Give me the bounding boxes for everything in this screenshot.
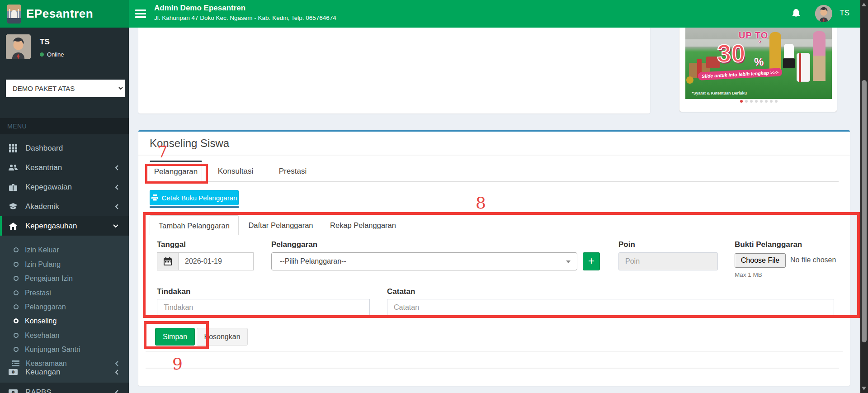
school-address: Jl. Kahuripan 47 Doko Kec. Ngasem - Kab.… — [154, 14, 336, 21]
sidebar-item-kesantrian[interactable]: Kesantrian — [0, 158, 129, 177]
submenu-item-pengajuan-izin[interactable]: Pengajuan Izin — [0, 271, 129, 285]
scrollbar-thumb[interactable] — [862, 80, 867, 342]
choose-file-button[interactable]: Choose File — [735, 253, 786, 268]
sidebar-item-dashboard[interactable]: Dashboard — [0, 138, 129, 158]
circle-icon — [14, 276, 19, 281]
carousel-dot[interactable] — [770, 100, 773, 103]
sidebar-item-keuangan[interactable]: 1 Keuangan — [0, 362, 129, 382]
top-navbar: Admin Demo Epesantren Jl. Kahuripan 47 D… — [129, 0, 860, 28]
money-icon: 1 — [8, 389, 18, 393]
pelanggaran-select[interactable]: --Pilih Pelanggaran-- — [271, 252, 577, 270]
circle-icon — [14, 333, 19, 338]
panel-title: Konseling Siswa — [150, 137, 229, 150]
print-book-button[interactable]: Cetak Buku Pelanggaran — [150, 190, 239, 205]
carousel-dot[interactable] — [745, 100, 748, 103]
bukti-pelanggaran-label: Bukti Pelanggaran — [735, 240, 802, 249]
app-root: { "brand": { "name": "EPesantren" }, "na… — [0, 0, 868, 393]
submenu-item-konseling[interactable]: Konseling — [0, 314, 129, 328]
chevron-down-icon — [113, 224, 119, 228]
sidebar-item-akademik[interactable]: Akademik — [0, 197, 129, 216]
user-avatar[interactable] — [815, 5, 832, 22]
submenu-item-izin-keluar[interactable]: Izin Keluar — [0, 243, 129, 257]
sidebar-item-kepengasuhan[interactable]: Kepengasuhan — [0, 216, 129, 236]
circle-icon — [14, 247, 19, 252]
submenu-item-kunjungan-santri[interactable]: Kunjungan Santri — [0, 342, 129, 356]
submenu-item-prestasi[interactable]: Prestasi — [0, 286, 129, 300]
subtab-daftar-pelanggaran[interactable]: Daftar Pelanggaran — [246, 215, 316, 235]
chevron-left-icon — [114, 184, 119, 190]
submenu-item-kesehatan[interactable]: Kesehatan — [0, 328, 129, 342]
carousel-dot[interactable] — [750, 100, 753, 103]
subtab-tambah-pelanggaran[interactable]: Tambah Pelanggaran — [150, 215, 239, 235]
file-status-text: No file chosen — [790, 256, 836, 264]
tab-konsultasi[interactable]: Konsultasi — [209, 161, 262, 182]
footer-divider — [146, 351, 843, 352]
logo-bar: EPesantren — [0, 0, 129, 28]
sidebar: TS Online DEMO PAKET ATAS MENU Dashboard… — [0, 28, 129, 393]
carousel-dot[interactable] — [755, 100, 758, 103]
promo-slide-note: Slide untuk info lebih lengkap >>> — [698, 68, 783, 80]
add-pelanggaran-button[interactable]: + — [583, 252, 600, 270]
carousel-dots[interactable] — [679, 100, 838, 103]
tanggal-label: Tanggal — [157, 240, 186, 249]
kepengasuhan-submenu: Izin Keluar Izin Pulang Pengajuan Izin P… — [0, 236, 129, 383]
catatan-label: Catatan — [387, 287, 415, 296]
person-figure — [769, 32, 781, 73]
school-title: Admin Demo Epesantren — [154, 4, 245, 13]
subtabs-bottom-border — [150, 235, 839, 235]
circle-icon — [14, 347, 19, 352]
person-figure — [813, 31, 826, 57]
carousel-dot[interactable] — [740, 100, 743, 103]
carousel-dot[interactable] — [760, 100, 763, 103]
header-divider — [138, 155, 850, 156]
submenu-item-izin-pulang[interactable]: Izin Pulang — [0, 257, 129, 271]
scroll-up-arrow-icon[interactable] — [862, 3, 866, 6]
tab-pelanggaran[interactable]: Pelanggaran — [150, 161, 202, 182]
sidebar-item-rapbs[interactable]: 1 RAPBS — [0, 383, 129, 393]
mosque-logo-icon — [7, 5, 21, 24]
printer-icon — [151, 194, 158, 201]
scroll-down-arrow-icon[interactable] — [862, 387, 866, 390]
calendar-icon — [157, 252, 179, 270]
tabs-bottom-border — [150, 181, 839, 182]
ornament-ball — [686, 76, 693, 84]
circle-icon — [14, 304, 19, 309]
chevron-left-icon — [114, 204, 119, 210]
subtab-rekap-pelanggaran[interactable]: Rekap Pelanggaran — [330, 215, 396, 235]
sidebar-user-name: TS — [40, 38, 50, 47]
tab-prestasi[interactable]: Prestasi — [269, 161, 316, 182]
poin-input — [618, 252, 718, 270]
tindakan-input[interactable] — [157, 299, 370, 316]
page-scrollbar[interactable] — [860, 0, 868, 393]
chevron-left-icon — [114, 165, 119, 171]
carousel-dot[interactable] — [765, 100, 768, 103]
circle-icon — [14, 290, 19, 295]
save-button[interactable]: Simpan — [155, 328, 195, 346]
sidebar-user-avatar — [6, 34, 31, 59]
person-figure — [813, 56, 826, 81]
money-icon: 1 — [8, 369, 18, 375]
brand-name: EPesantren — [26, 7, 93, 21]
sidebar-toggle-icon[interactable] — [135, 9, 146, 18]
user-initials[interactable]: TS — [840, 9, 849, 18]
sidebar-item-kepegawaian[interactable]: Kepegawaian — [0, 177, 129, 197]
carousel-dot[interactable] — [775, 100, 778, 103]
top-content-card — [138, 28, 650, 114]
package-select[interactable]: DEMO PAKET ATAS — [6, 80, 125, 97]
promo-carousel-card[interactable]: UP TO 30 % * Slide untuk info lebih leng… — [679, 28, 837, 112]
briefcase-icon — [8, 184, 18, 191]
notifications-bell-icon[interactable] — [791, 8, 802, 19]
sidebar-user-status: Online — [40, 51, 64, 58]
home-icon — [8, 223, 18, 230]
tanggal-input[interactable] — [179, 252, 254, 270]
promo-banner-image[interactable]: UP TO 30 % * Slide untuk info lebih leng… — [685, 28, 832, 99]
graduation-cap-icon — [8, 203, 18, 210]
promo-asterisk: * — [758, 38, 761, 48]
clear-button[interactable]: Kosongkan — [197, 328, 248, 346]
promo-terms-text: *Syarat & Ketentuan Berlaku — [692, 91, 747, 95]
child-figure — [784, 44, 794, 59]
catatan-input[interactable] — [387, 299, 834, 316]
circle-icon — [14, 262, 19, 267]
submenu-item-pelanggaran[interactable]: Pelanggaran — [0, 300, 129, 314]
chevron-left-icon — [114, 369, 119, 375]
